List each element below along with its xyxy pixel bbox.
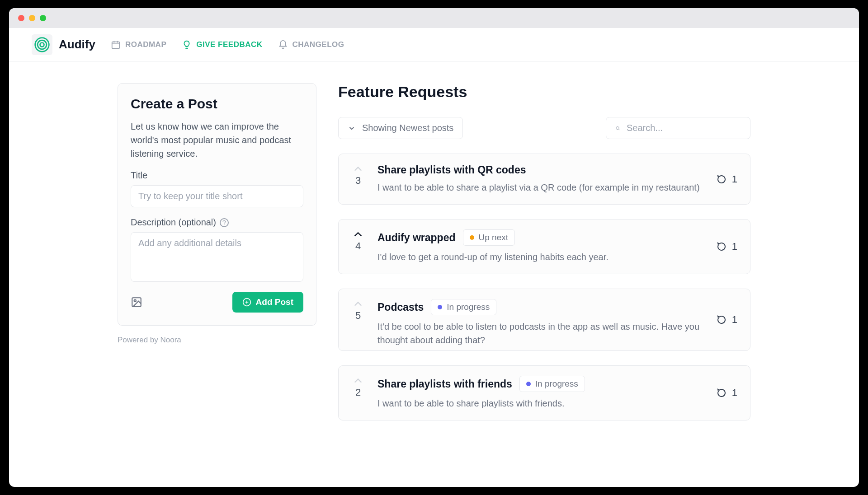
status-dot-icon	[470, 235, 474, 240]
page-title: Feature Requests	[338, 83, 750, 101]
title-input[interactable]	[131, 185, 303, 207]
upvote-button[interactable]	[353, 231, 363, 238]
upvote-button[interactable]	[353, 378, 363, 384]
comment-icon	[717, 388, 727, 398]
comment-indicator[interactable]: 1	[717, 314, 737, 326]
post-card[interactable]: 2 Share playlists with friends In progre…	[338, 365, 750, 420]
comment-count: 1	[732, 387, 737, 399]
post-description: It'd be cool to be able to listen to pod…	[377, 320, 704, 347]
post-title-row: Podcasts In progress	[377, 299, 704, 315]
svg-point-1	[38, 40, 47, 49]
brand-name: Audify	[59, 37, 95, 51]
add-post-button[interactable]: Add Post	[232, 292, 303, 313]
vote-column: 4	[351, 229, 365, 252]
post-title-row: Share playlists with QR codes	[377, 164, 704, 176]
status-dot-icon	[438, 305, 442, 309]
status-label: Up next	[479, 233, 508, 243]
create-post-sidebar: Create a Post Let us know how we can imp…	[118, 83, 316, 487]
search-box[interactable]	[606, 117, 750, 139]
post-card[interactable]: 3 Share playlists with QR codes I want t…	[338, 154, 750, 205]
post-body: Audify wrapped Up next I'd love to get a…	[377, 229, 704, 264]
post-card[interactable]: 4 Audify wrapped Up next I'd love to get…	[338, 219, 750, 274]
vote-count: 4	[355, 240, 361, 252]
help-icon[interactable]: ?	[220, 218, 229, 227]
post-title: Podcasts	[377, 301, 424, 313]
post-title: Audify wrapped	[377, 232, 456, 244]
post-title-row: Audify wrapped Up next	[377, 229, 704, 246]
minimize-window-button[interactable]	[29, 15, 35, 21]
create-post-heading: Create a Post	[131, 96, 303, 112]
description-label-text: Description (optional)	[131, 217, 216, 228]
nav-changelog-label: CHANGELOG	[292, 40, 344, 49]
bell-icon	[278, 40, 288, 50]
nav-roadmap-label: ROADMAP	[125, 40, 166, 49]
comment-count: 1	[732, 241, 737, 252]
vote-count: 2	[355, 387, 361, 398]
add-post-label: Add Post	[256, 297, 293, 307]
post-title-row: Share playlists with friends In progress	[377, 376, 704, 392]
vote-column: 2	[351, 376, 365, 398]
main-nav: ROADMAP GIVE FEEDBACK CHANGELOG	[111, 40, 344, 50]
upvote-button[interactable]	[353, 301, 363, 307]
upvote-button[interactable]	[353, 166, 363, 172]
post-card[interactable]: 5 Podcasts In progress It'd be cool to b…	[338, 289, 750, 351]
comment-icon	[717, 314, 727, 325]
comment-indicator[interactable]: 1	[717, 241, 737, 252]
status-badge: In progress	[431, 299, 496, 315]
sort-label: Showing Newest posts	[362, 123, 453, 133]
vote-count: 5	[355, 310, 361, 322]
comment-indicator[interactable]: 1	[717, 173, 737, 185]
create-post-toolbar: Add Post	[131, 292, 303, 313]
status-label: In progress	[447, 302, 490, 312]
status-dot-icon	[526, 382, 531, 386]
search-input[interactable]	[627, 123, 741, 133]
title-field-label: Title	[131, 170, 303, 181]
post-body: Share playlists with QR codes I want to …	[377, 164, 704, 194]
vote-column: 5	[351, 299, 365, 322]
browser-window: Audify ROADMAP GIVE FEEDBACK CHANGELOG C…	[9, 8, 859, 487]
description-input[interactable]	[131, 232, 303, 282]
status-label: In progress	[535, 379, 578, 389]
post-list: 3 Share playlists with QR codes I want t…	[338, 154, 750, 420]
nav-roadmap[interactable]: ROADMAP	[111, 40, 166, 50]
svg-point-2	[40, 42, 44, 47]
post-description: I want to be able to share a playlist vi…	[377, 181, 704, 194]
comment-count: 1	[732, 173, 737, 185]
chevron-down-icon	[348, 124, 356, 132]
post-description: I'd love to get a round-up of my listeni…	[377, 250, 704, 264]
vote-column: 3	[351, 164, 365, 187]
comment-count: 1	[732, 314, 737, 326]
nav-give-feedback[interactable]: GIVE FEEDBACK	[182, 40, 262, 50]
content-area: Create a Post Let us know how we can imp…	[9, 61, 859, 487]
app-header: Audify ROADMAP GIVE FEEDBACK CHANGELOG	[9, 28, 859, 61]
post-body: Podcasts In progress It'd be cool to be …	[377, 299, 704, 347]
maximize-window-button[interactable]	[40, 15, 46, 21]
create-post-description: Let us know how we can improve the world…	[131, 120, 303, 160]
attach-image-icon[interactable]	[131, 296, 142, 308]
search-icon	[615, 124, 620, 133]
nav-feedback-label: GIVE FEEDBACK	[196, 40, 262, 49]
svg-rect-3	[112, 42, 120, 48]
post-body: Share playlists with friends In progress…	[377, 376, 704, 410]
powered-by[interactable]: Powered by Noora	[118, 336, 316, 345]
close-window-button[interactable]	[18, 15, 24, 21]
comment-indicator[interactable]: 1	[717, 387, 737, 399]
comment-icon	[717, 241, 727, 252]
vote-count: 3	[355, 175, 361, 187]
nav-changelog[interactable]: CHANGELOG	[278, 40, 344, 50]
window-titlebar	[9, 8, 859, 28]
create-post-card: Create a Post Let us know how we can imp…	[118, 83, 316, 326]
sort-dropdown[interactable]: Showing Newest posts	[338, 117, 463, 139]
plus-circle-icon	[242, 298, 251, 307]
calendar-icon	[111, 40, 121, 50]
comment-icon	[717, 174, 727, 185]
brand[interactable]: Audify	[32, 34, 95, 55]
status-badge: In progress	[519, 376, 585, 392]
brand-logo-icon	[32, 34, 52, 55]
main-column: Feature Requests Showing Newest posts 3 …	[338, 83, 750, 487]
filter-row: Showing Newest posts	[338, 117, 750, 139]
post-title: Share playlists with friends	[377, 378, 512, 390]
svg-point-7	[616, 126, 619, 129]
post-description: I want to be able to share playlists wit…	[377, 397, 704, 410]
post-title: Share playlists with QR codes	[377, 164, 526, 176]
